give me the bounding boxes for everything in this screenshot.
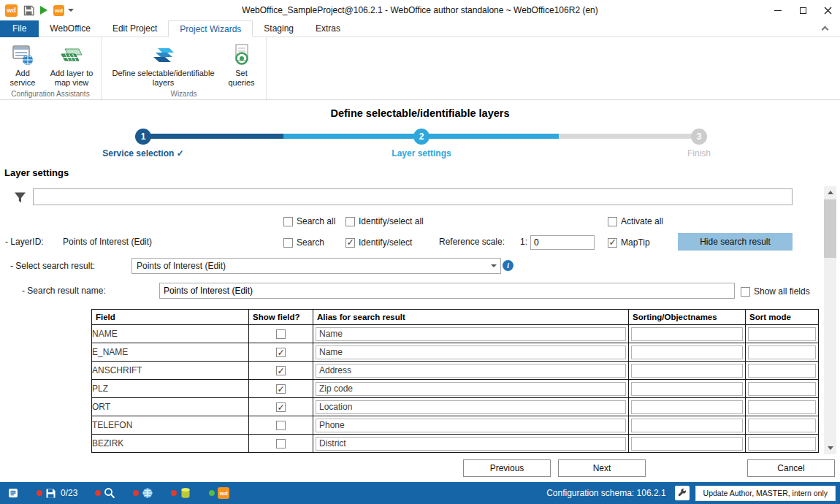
- dropdown-button[interactable]: [488, 259, 500, 272]
- maximize-button[interactable]: [790, 0, 815, 20]
- checkbox-box[interactable]: [741, 287, 750, 297]
- table-row: PLZ Zip code: [92, 380, 819, 398]
- sorting-input[interactable]: [631, 419, 743, 432]
- ribbon: Add service Add layer to map view Config…: [0, 37, 840, 100]
- collapse-ribbon-icon[interactable]: [822, 25, 831, 34]
- show-field-cell[interactable]: [249, 435, 313, 453]
- show-field-checkbox[interactable]: [276, 329, 286, 339]
- scale-prefix: 1:: [520, 237, 527, 247]
- show-field-checkbox[interactable]: [276, 384, 286, 394]
- checkbox-box[interactable]: [283, 238, 293, 248]
- define-selectable-identifiable-layers-button[interactable]: Define selectable/identifiable layers: [106, 40, 221, 89]
- tab-staging[interactable]: Staging: [253, 20, 305, 37]
- change-counter: 0/23: [61, 488, 77, 498]
- sorting-input[interactable]: [631, 364, 743, 378]
- sorting-input[interactable]: [631, 382, 743, 396]
- step-1-circle[interactable]: 1: [135, 129, 151, 145]
- sorting-input[interactable]: [631, 345, 743, 359]
- tools-button[interactable]: [675, 486, 690, 500]
- search-result-dropdown[interactable]: Points of Interest (Edit): [131, 258, 501, 274]
- checkbox-box[interactable]: [283, 217, 293, 226]
- close-button[interactable]: [815, 0, 840, 20]
- weboffice-status[interactable]: wd: [209, 487, 229, 499]
- search-result-name-label: - Search result name:: [22, 286, 106, 296]
- next-button[interactable]: Next: [558, 459, 646, 477]
- show-field-checkbox[interactable]: [276, 421, 286, 430]
- hide-search-result-button[interactable]: Hide search result: [678, 233, 793, 251]
- alias-input[interactable]: Phone: [316, 419, 626, 432]
- set-queries-button[interactable]: Set queries: [221, 40, 262, 89]
- search-checkbox[interactable]: Search: [283, 237, 324, 248]
- alias-input[interactable]: Name: [316, 327, 626, 341]
- alias-input[interactable]: Name: [316, 345, 626, 359]
- sortmode-input[interactable]: [748, 327, 816, 341]
- info-icon[interactable]: i: [503, 260, 513, 271]
- service-status[interactable]: [133, 487, 153, 499]
- tab-edit-project[interactable]: Edit Project: [102, 20, 168, 37]
- show-field-cell[interactable]: [249, 380, 313, 398]
- step-1-label[interactable]: Service selection ✓: [102, 148, 183, 159]
- save-status[interactable]: 0/23: [37, 488, 77, 499]
- sortmode-input[interactable]: [748, 400, 816, 414]
- show-field-cell[interactable]: [249, 362, 313, 380]
- add-service-icon: [11, 42, 34, 68]
- tab-weboffice[interactable]: WebOffice: [39, 20, 102, 37]
- cancel-button[interactable]: Cancel: [747, 459, 835, 477]
- chevron-up-icon: [822, 26, 829, 34]
- add-service-button[interactable]: Add service: [1, 40, 44, 89]
- add-layer-to-map-view-button[interactable]: Add layer to map view: [44, 40, 99, 89]
- reference-scale-input[interactable]: [530, 235, 595, 250]
- tab-project-wizards[interactable]: Project Wizards: [168, 20, 253, 37]
- identify-select-checkbox[interactable]: Identify/select: [345, 237, 412, 248]
- sorting-input[interactable]: [631, 437, 743, 451]
- step-2-circle[interactable]: 2: [413, 129, 429, 145]
- table-row: NAME Name: [92, 325, 819, 343]
- update-author-button[interactable]: Update Author, MASTER, intern only: [695, 486, 836, 501]
- checkbox-box[interactable]: [345, 217, 355, 226]
- status-bar-left: 0/23 wd: [7, 482, 229, 504]
- layer-filter-input[interactable]: [33, 188, 793, 205]
- show-field-cell[interactable]: [249, 398, 313, 416]
- tab-extras[interactable]: Extras: [305, 20, 351, 37]
- show-field-checkbox[interactable]: [276, 402, 286, 412]
- sortmode-input[interactable]: [748, 419, 816, 432]
- alias-input[interactable]: Location: [316, 400, 626, 414]
- alias-input[interactable]: Zip code: [316, 382, 626, 396]
- queries-icon: [230, 42, 253, 68]
- checkbox-box[interactable]: [608, 238, 617, 248]
- show-field-cell[interactable]: [249, 325, 313, 343]
- step-3-circle: 3: [691, 129, 707, 145]
- show-field-cell[interactable]: [249, 343, 313, 362]
- tab-file[interactable]: File: [0, 20, 39, 37]
- alias-input[interactable]: Address: [316, 364, 626, 378]
- activate-all-checkbox[interactable]: Activate all: [608, 215, 663, 227]
- show-field-cell[interactable]: [249, 416, 313, 435]
- search-status[interactable]: [95, 487, 115, 499]
- ribbon-item-label: Define selectable/identifiable layers: [107, 69, 220, 88]
- sortmode-input[interactable]: [748, 382, 816, 396]
- vertical-scrollbar[interactable]: [824, 186, 836, 454]
- search-all-checkbox[interactable]: Search all: [283, 215, 335, 227]
- show-field-checkbox[interactable]: [276, 366, 286, 375]
- show-field-checkbox[interactable]: [276, 348, 286, 357]
- search-result-name-input[interactable]: [159, 283, 735, 299]
- identify-select-all-checkbox[interactable]: Identify/select all: [345, 215, 424, 227]
- minimize-button[interactable]: [765, 0, 790, 20]
- show-all-fields-checkbox[interactable]: Show all fields: [741, 286, 810, 297]
- sortmode-input[interactable]: [748, 345, 816, 359]
- maptip-checkbox[interactable]: MapTip: [608, 237, 650, 248]
- checkbox-box[interactable]: [608, 217, 617, 226]
- database-status[interactable]: [171, 487, 191, 499]
- sorting-input[interactable]: [631, 400, 743, 414]
- show-field-checkbox[interactable]: [276, 439, 286, 448]
- notes-status[interactable]: [7, 487, 19, 499]
- sortmode-input[interactable]: [748, 364, 816, 378]
- scroll-down-button[interactable]: [824, 442, 836, 454]
- previous-button[interactable]: Previous: [463, 459, 551, 477]
- alias-input[interactable]: District: [316, 437, 626, 451]
- sorting-input[interactable]: [631, 327, 743, 341]
- scroll-up-button[interactable]: [824, 186, 836, 199]
- scrollbar-thumb[interactable]: [824, 199, 836, 258]
- sortmode-input[interactable]: [748, 437, 816, 451]
- checkbox-box[interactable]: [345, 238, 355, 248]
